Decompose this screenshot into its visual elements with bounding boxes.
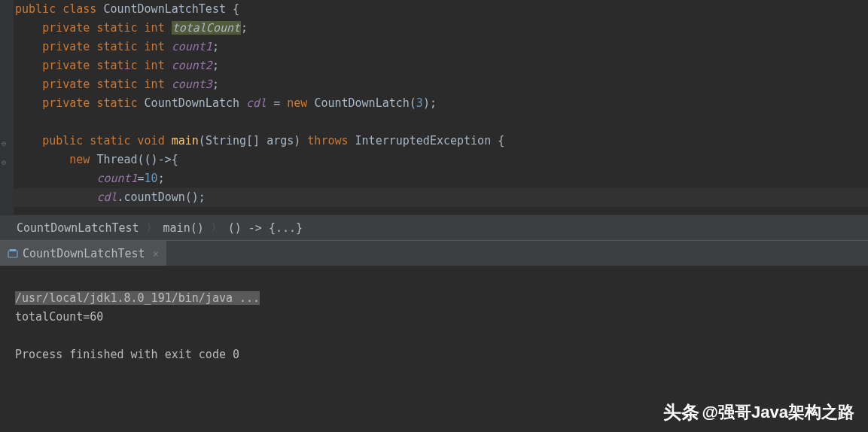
code-line[interactable]: public static void main(String[] args) t…	[6, 132, 868, 151]
run-config-icon	[8, 248, 18, 259]
fold-icon[interactable]: ⊖	[2, 158, 6, 166]
console-line: totalCount=60	[15, 310, 103, 324]
close-icon[interactable]: ×	[153, 248, 159, 260]
code-line[interactable]: new Thread(()->{	[6, 151, 868, 169]
breadcrumb-item[interactable]: CountDownLatchTest	[17, 221, 139, 235]
console-line: Process finished with exit code 0	[15, 348, 239, 361]
code-line[interactable]: private static int totalCount;	[6, 19, 868, 38]
chevron-right-icon: 〉	[212, 221, 221, 234]
watermark: 头条 @强哥Java架构之路	[663, 400, 854, 424]
highlighted-field: totalCount	[172, 21, 241, 35]
run-tab-label: CountDownLatchTest	[23, 247, 145, 260]
svg-rect-0	[8, 251, 17, 257]
code-line[interactable]: private static int count1;	[6, 38, 868, 56]
watermark-text: @强哥Java架构之路	[702, 401, 854, 424]
breadcrumb-item[interactable]: main()	[163, 221, 204, 235]
console-command: /usr/local/jdk1.8.0_191/bin/java ...	[15, 291, 260, 305]
breadcrumb: CountDownLatchTest 〉 main() 〉 () -> {...…	[0, 214, 868, 240]
code-editor[interactable]: ⊖ ⊖ public class CountDownLatchTest { pr…	[0, 0, 868, 214]
run-tab[interactable]: CountDownLatchTest ×	[0, 241, 166, 266]
code-line[interactable]: private static CountDownLatch cdl = new …	[6, 94, 868, 113]
svg-rect-1	[10, 249, 16, 251]
code-line[interactable]	[6, 113, 868, 132]
code-line[interactable]: private static int count2;	[6, 56, 868, 75]
keyword: public	[15, 2, 56, 16]
watermark-logo: 头条	[663, 400, 699, 424]
fold-icon[interactable]: ⊖	[2, 139, 6, 148]
code-line[interactable]: public class CountDownLatchTest {	[6, 0, 868, 19]
breadcrumb-item[interactable]: () -> {...}	[228, 221, 303, 235]
console-output[interactable]: /usr/local/jdk1.8.0_191/bin/java ... tot…	[0, 266, 868, 369]
classname: CountDownLatchTest	[103, 2, 226, 16]
code-line[interactable]: count1=10;	[6, 169, 868, 188]
code-line[interactable]: cdl.countDown();	[6, 188, 868, 207]
chevron-right-icon: 〉	[147, 221, 156, 234]
gutter: ⊖ ⊖	[0, 0, 14, 214]
run-tabs-bar: CountDownLatchTest ×	[0, 240, 868, 266]
keyword: class	[62, 2, 96, 16]
code-line[interactable]: private static int count3;	[6, 75, 868, 94]
